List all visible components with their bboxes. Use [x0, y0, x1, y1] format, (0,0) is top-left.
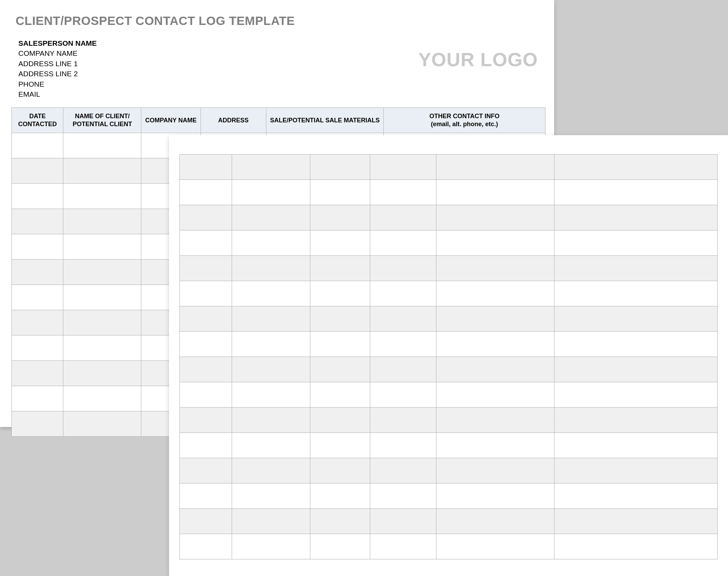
- table-row: [180, 509, 718, 534]
- table-row: [180, 483, 718, 509]
- table-row: [180, 458, 718, 483]
- col-other-contact-line1: OTHER CONTACT INFO: [429, 113, 500, 120]
- table-row: [180, 382, 718, 408]
- salesperson-phone: PHONE: [18, 79, 97, 89]
- salesperson-name-label: SALESPERSON NAME: [18, 38, 97, 48]
- salesperson-email: EMAIL: [18, 89, 97, 99]
- contact-log-table-continued: [179, 154, 718, 559]
- col-company-name: COMPANY NAME: [141, 108, 201, 133]
- table-row: [180, 433, 718, 458]
- table-row: [180, 180, 718, 205]
- salesperson-company: COMPANY NAME: [18, 48, 97, 58]
- salesperson-block: SALESPERSON NAME COMPANY NAME ADDRESS LI…: [18, 38, 97, 99]
- col-date-contacted: DATE CONTACTED: [12, 108, 63, 133]
- header-block: SALESPERSON NAME COMPANY NAME ADDRESS LI…: [11, 38, 545, 99]
- table-row: [180, 230, 718, 256]
- page-2: [169, 135, 728, 576]
- table-header-row: DATE CONTACTED NAME OF CLIENT/ POTENTIAL…: [12, 108, 545, 133]
- col-other-contact-line2: (email, alt. phone, etc.): [431, 121, 498, 128]
- salesperson-address2: ADDRESS LINE 2: [18, 69, 97, 79]
- col-other-contact: OTHER CONTACT INFO (email, alt. phone, e…: [384, 108, 545, 133]
- salesperson-address1: ADDRESS LINE 1: [18, 59, 97, 69]
- table-row: [180, 408, 718, 433]
- col-client-name: NAME OF CLIENT/ POTENTIAL CLIENT: [63, 108, 141, 133]
- col-sale-materials: SALE/POTENTIAL SALE MATERIALS: [266, 108, 384, 133]
- col-address: ADDRESS: [201, 108, 266, 133]
- table-row: [180, 205, 718, 230]
- table-row: [180, 281, 718, 306]
- table-row: [180, 155, 718, 180]
- logo-placeholder: YOUR LOGO: [418, 49, 538, 71]
- table-row: [180, 332, 718, 357]
- document-title: CLIENT/PROSPECT CONTACT LOG TEMPLATE: [16, 14, 545, 28]
- table-row: [180, 256, 718, 281]
- table-row: [180, 357, 718, 382]
- table-row: [180, 534, 718, 559]
- table-row: [180, 306, 718, 332]
